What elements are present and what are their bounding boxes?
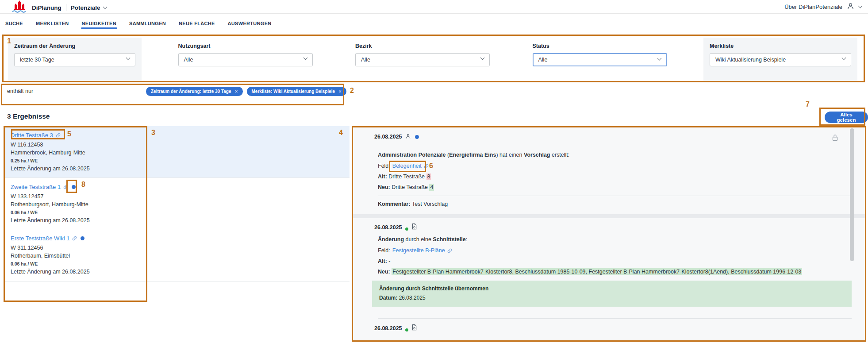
field-row: Feld: Festgestellte B-Pläne — [378, 247, 852, 254]
bezirk-select[interactable]: Alle — [355, 53, 490, 66]
result-last-change: Letzte Änderung am 26.08.2025 — [11, 165, 350, 173]
tab-merklisten[interactable]: MERKLISTEN — [35, 15, 70, 31]
tab-suche[interactable]: SUCHE — [4, 15, 24, 31]
chevron-down-icon[interactable] — [858, 4, 863, 8]
result-size: 0.25 ha / WE — [11, 158, 350, 164]
header-divider — [66, 4, 66, 11]
news-entry: 26.08.2025 Änderung durch eine Schnittst… — [353, 224, 865, 319]
link-icon — [56, 133, 61, 138]
callout-number-7: 7 — [806, 100, 810, 108]
filter-label: Bezirk — [355, 43, 490, 49]
result-id: W 116.12458 — [11, 141, 350, 149]
tab-auswertungen[interactable]: AUSWERTUNGEN — [227, 15, 273, 31]
list-item[interactable]: Dritte Testraße 3 W 116.12458 Hammerbroo… — [4, 126, 350, 178]
lock-icon — [832, 134, 838, 143]
entry-separator — [353, 214, 865, 218]
list-item[interactable]: Zweite Teststraße 1 W 133.12457 Rothenbu… — [4, 178, 350, 229]
removed-text: 3 — [426, 173, 431, 180]
old-value-row: Alt: - — [378, 258, 852, 264]
close-icon[interactable]: × — [338, 89, 342, 95]
callout-number-5: 5 — [67, 130, 71, 138]
close-icon[interactable]: × — [235, 89, 238, 95]
added-text: 4 — [429, 184, 434, 191]
result-size: 0.06 ha / WE — [11, 209, 350, 216]
link-icon — [424, 164, 429, 169]
interface-applied-box: Änderung durch Schnittstelle übernommen … — [372, 281, 852, 307]
mark-all-read-button[interactable]: Alles gelesen — [825, 112, 868, 123]
new-value-row: Neu: Festgestellter B-Plan Hammerbrook7-… — [378, 269, 852, 275]
user-icon[interactable] — [847, 2, 854, 12]
entry-date: 26.08.2025 — [374, 134, 402, 140]
tab-sammlungen[interactable]: SAMMLUNGEN — [128, 15, 167, 31]
result-id: W 133.12457 — [11, 193, 350, 200]
app-name: DiPlanung — [32, 4, 61, 11]
filter-label: Status — [533, 43, 667, 49]
merkliste-select[interactable]: Wiki Aktualisierung Beispiele — [710, 53, 851, 66]
filter-chip-zeitraum[interactable]: Zeitraum der Änderung: letzte 30 Tage × — [146, 87, 243, 96]
result-title-link[interactable]: Zweite Teststraße 1 — [11, 184, 61, 190]
news-entry: 26.08.2025 Administration Potenziale (En… — [353, 133, 865, 207]
result-title-link[interactable]: Erste Teststraße Wiki 1 — [11, 235, 69, 242]
active-filter-chips: Zeitraum der Änderung: letzte 30 Tage × … — [146, 87, 346, 96]
main-nav: SUCHE MERKLISTEN NEUIGKEITEN SAMMLUNGEN … — [0, 13, 868, 32]
filter-label: Nutzungsart — [178, 43, 313, 49]
filter-bar: Zeitraum der Änderung letzte 30 Tage Nut… — [2, 35, 865, 82]
interface-document-icon — [411, 224, 417, 231]
divider — [378, 196, 852, 196]
filter-status: Status Alle — [526, 38, 673, 81]
about-link[interactable]: Über DiPlanPotenziale — [784, 4, 842, 10]
link-icon — [72, 236, 77, 241]
filter-bezirk: Bezirk Alle — [349, 38, 496, 81]
news-detail-panel: 26.08.2025 Administration Potenziale (En… — [352, 126, 866, 342]
link-icon — [63, 185, 68, 189]
field-link[interactable]: Festgestellte B-Pläne — [392, 247, 445, 254]
result-last-change: Letzte Änderung am 26.08.2025 — [11, 268, 350, 276]
comment-row: Kommentar: Test Vorschlag — [378, 201, 852, 207]
filter-nutzungsart: Nutzungsart Alle — [172, 38, 319, 81]
tab-neuigkeiten[interactable]: NEUIGKEITEN — [81, 15, 117, 31]
module-switcher[interactable]: Potenziale — [71, 4, 107, 11]
callout-number-4: 4 — [339, 129, 343, 137]
applied-dot — [405, 328, 408, 331]
result-id: W 311.12456 — [11, 244, 350, 252]
filter-zeitraum: Zeitraum der Änderung letzte 30 Tage — [8, 38, 142, 81]
interface-document-icon — [411, 324, 417, 332]
result-location: Hammerbrook, Hamburg-Mitte — [11, 149, 350, 157]
result-title-link[interactable]: Dritte Testraße 3 — [11, 132, 53, 139]
old-value-row: Alt: Dritte Testraße 3 — [378, 173, 852, 180]
nutzungsart-select[interactable]: Alle — [178, 53, 313, 66]
chevron-down-icon — [126, 56, 131, 60]
results-count: 3 Ergebnisse — [7, 112, 50, 120]
list-item[interactable]: Erste Teststraße Wiki 1 W 311.12456 Roth… — [4, 229, 350, 282]
callout-number-8: 8 — [81, 181, 85, 189]
filter-label: Merkliste — [710, 43, 851, 49]
zeitraum-select[interactable]: letzte 30 Tage — [14, 53, 135, 66]
chevron-down-icon — [480, 56, 485, 60]
unread-dot — [81, 236, 84, 240]
scrollbar-thumb[interactable] — [850, 128, 854, 261]
tab-neue-flaeche[interactable]: NEUE FLÄCHE — [178, 15, 216, 31]
callout-number-6: 6 — [429, 162, 433, 170]
entry-message: Änderung durch eine Schnittstelle: — [378, 236, 852, 243]
app-header: DiPlanung Potenziale Über DiPlanPotenzia… — [0, 0, 868, 13]
result-last-change: Letzte Änderung am 26.08.2025 — [11, 216, 350, 224]
news-entry: 26.08.2025 — [353, 324, 865, 332]
new-value-row: Neu: Dritte Testraße 4 — [378, 184, 852, 190]
filter-merkliste: Merkliste Wiki Aktualisierung Beispiele — [703, 38, 857, 81]
filter-label: Zeitraum der Änderung — [14, 43, 135, 49]
chevron-down-icon — [657, 56, 661, 61]
result-location: Rotherbaum, Eimsbüttel — [11, 252, 350, 260]
field-row: Feld: Belegenheit — [378, 163, 852, 169]
entry-date: 26.08.2025 — [374, 224, 402, 231]
applied-dot — [405, 227, 408, 231]
status-select[interactable]: Alle — [533, 53, 667, 66]
filter-chip-merkliste[interactable]: Merkliste: Wiki Aktualisierung Beispiele… — [247, 87, 347, 96]
added-text: Festgestellter B-Plan Hammerbrook7-Klost… — [392, 268, 802, 275]
field-link[interactable]: Belegenheit — [392, 163, 422, 169]
unread-dot — [415, 135, 419, 139]
entry-date: 26.08.2025 — [374, 325, 402, 331]
divider — [378, 318, 852, 319]
person-icon — [405, 133, 411, 140]
callout-number-1: 1 — [7, 37, 11, 45]
chevron-down-icon — [103, 4, 107, 9]
